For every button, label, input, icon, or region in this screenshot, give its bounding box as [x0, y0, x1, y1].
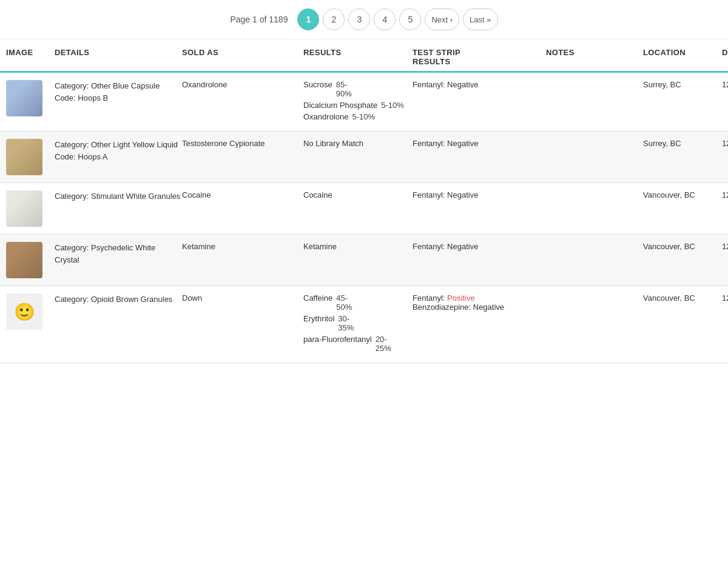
- result-pct: 5-10%: [381, 101, 405, 110]
- test-strip-line: Fentanyl: Negative: [413, 80, 546, 89]
- next-button[interactable]: Next ›: [425, 8, 459, 30]
- page-btn-5[interactable]: 5: [399, 8, 421, 30]
- page-btn-3[interactable]: 3: [348, 8, 370, 30]
- result-name: Dicalcium Phosphate: [303, 101, 377, 110]
- col-sold-as: SOLD AS: [182, 48, 303, 66]
- cell-details: Category: Psychedelic White Crystal: [55, 242, 182, 266]
- cell-sold-as: Testosterone Cypionate: [182, 139, 303, 148]
- result-name: Caffeine: [303, 293, 332, 312]
- page-btn-1[interactable]: 1: [297, 8, 319, 30]
- col-notes: NOTES: [546, 48, 643, 66]
- table-row: Category: Stimulant White GranulesCocain…: [0, 183, 728, 235]
- pagination-bar: Page 1 of 1189 1 2 3 4 5 Next › Last »: [0, 0, 728, 39]
- cell-date: 12/09/2023: [722, 139, 728, 148]
- cell-results: Sucrose85-90%Dicalcium Phosphate5-10%Oxa…: [303, 80, 413, 124]
- table-row: 🙂Category: Opioid Brown GranulesDownCaff…: [0, 286, 728, 363]
- cell-date: 12/09/2023: [722, 190, 728, 199]
- cell-image: 🙂: [6, 293, 55, 330]
- cell-details: Category: Stimulant White Granules: [55, 190, 182, 202]
- cell-date: 12/09/2023: [722, 293, 728, 303]
- table-row: Category: Other Light Yellow Liquid Code…: [0, 132, 728, 183]
- cell-results: No Library Match: [303, 139, 413, 150]
- table-body: Category: Other Blue Capsule Code: Hoops…: [0, 73, 728, 363]
- cell-sold-as: Oxandrolone: [182, 80, 303, 89]
- result-name: Oxandrolone: [303, 112, 348, 121]
- cell-date: 12/09/2023: [722, 80, 728, 89]
- page-btn-2[interactable]: 2: [323, 8, 345, 30]
- cell-location: Surrey, BC: [643, 139, 722, 148]
- cell-sold-as: Cocaine: [182, 190, 303, 199]
- result-name: Ketamine: [303, 242, 337, 251]
- test-strip-line: Fentanyl: Negative: [413, 190, 546, 199]
- cell-image: [6, 242, 55, 278]
- cell-sold-as: Down: [182, 293, 303, 303]
- result-pct: 85-90%: [336, 80, 360, 98]
- result-pct: 45-50%: [336, 293, 360, 312]
- cell-test-strip: Fentanyl: Negative: [413, 139, 546, 148]
- cell-results: Caffeine45-50%Erythritol30-35%para-Fluor…: [303, 293, 413, 355]
- result-pct: 5-10%: [352, 112, 376, 121]
- col-location: LOCATION: [643, 48, 722, 66]
- col-results: RESULTS: [303, 48, 413, 66]
- result-name: Erythritol: [303, 314, 334, 332]
- page-btn-4[interactable]: 4: [374, 8, 396, 30]
- test-strip-line: Fentanyl: Negative: [413, 139, 546, 148]
- last-button[interactable]: Last »: [463, 8, 497, 30]
- cell-image: [6, 139, 55, 175]
- col-date: DATE: [722, 48, 728, 66]
- page-info: Page 1 of 1189: [230, 15, 288, 24]
- col-test-strip: TEST STRIPRESULTS: [413, 48, 546, 66]
- cell-test-strip: Fentanyl: Negative: [413, 190, 546, 199]
- cell-date: 12/09/2023: [722, 242, 728, 251]
- test-strip-line: Fentanyl: Positive: [413, 293, 546, 303]
- col-details: DETAILS: [55, 48, 182, 66]
- table-row: Category: Psychedelic White CrystalKetam…: [0, 235, 728, 286]
- cell-test-strip: Fentanyl: Negative: [413, 80, 546, 89]
- cell-details: Category: Other Blue Capsule Code: Hoops…: [55, 80, 182, 104]
- result-name: Sucrose: [303, 80, 332, 98]
- cell-image: [6, 190, 55, 227]
- cell-test-strip: Fentanyl: PositiveBenzodiazepine: Negati…: [413, 293, 546, 312]
- cell-results: Ketamine: [303, 242, 413, 253]
- result-name: Cocaine: [303, 190, 332, 199]
- cell-image: [6, 80, 55, 116]
- cell-location: Vancouver, BC: [643, 190, 722, 199]
- test-strip-line: Benzodiazepine: Negative: [413, 303, 546, 312]
- cell-location: Surrey, BC: [643, 80, 722, 89]
- test-strip-line: Fentanyl: Negative: [413, 242, 546, 251]
- col-image: IMAGE: [6, 48, 55, 66]
- result-pct: 20-25%: [376, 335, 400, 353]
- cell-details: Category: Opioid Brown Granules: [55, 293, 182, 306]
- table-header: IMAGE DETAILS SOLD AS RESULTS TEST STRIP…: [0, 39, 728, 73]
- cell-location: Vancouver, BC: [643, 293, 722, 303]
- cell-sold-as: Ketamine: [182, 242, 303, 251]
- cell-details: Category: Other Light Yellow Liquid Code…: [55, 139, 182, 162]
- cell-test-strip: Fentanyl: Negative: [413, 242, 546, 251]
- cell-results: Cocaine: [303, 190, 413, 202]
- result-pct: 30-35%: [338, 314, 362, 332]
- data-table: IMAGE DETAILS SOLD AS RESULTS TEST STRIP…: [0, 39, 728, 363]
- table-row: Category: Other Blue Capsule Code: Hoops…: [0, 73, 728, 132]
- result-name: para-Fluorofentanyl: [303, 335, 372, 353]
- cell-location: Vancouver, BC: [643, 242, 722, 251]
- result-name: No Library Match: [303, 139, 363, 148]
